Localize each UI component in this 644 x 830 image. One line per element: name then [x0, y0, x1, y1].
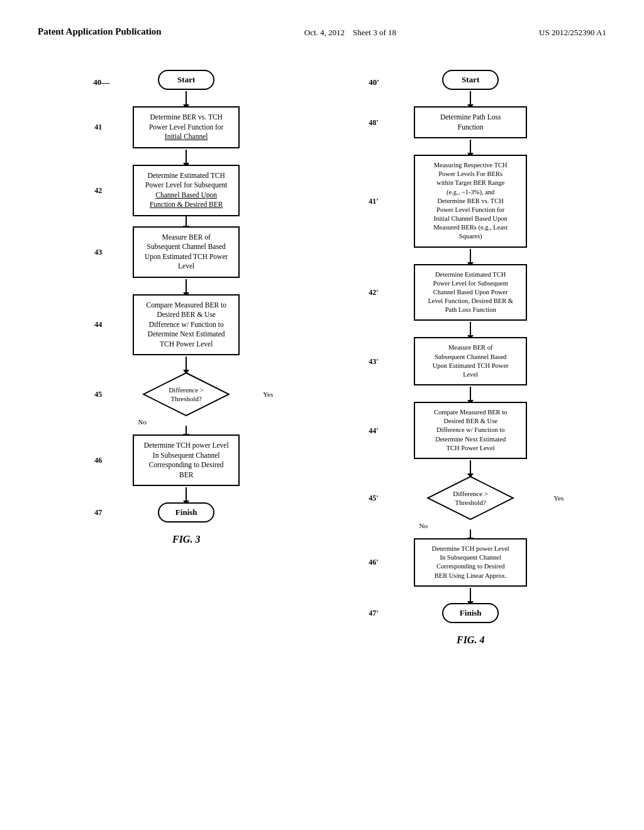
fig4-label-47: 47'	[369, 608, 378, 617]
pub-date: Oct. 4, 2012 Sheet 3 of 18	[304, 25, 396, 38]
header: Patent Application Publication Oct. 4, 2…	[38, 25, 606, 38]
fig3-label-44: 44	[94, 320, 102, 329]
fig4-label-41: 41'	[369, 196, 378, 206]
fig3-label-47: 47	[94, 508, 102, 517]
fig3-label-43: 43	[94, 247, 102, 257]
fig3-label-42: 42	[94, 185, 102, 195]
fig4-step43: Measure BER ofSubsequent Channel BasedUp…	[414, 337, 527, 385]
fig4-label-45: 45'	[369, 493, 378, 502]
fig4-label-42: 42'	[369, 288, 378, 297]
fig4-yes-label: Yes	[553, 494, 564, 502]
fig4-label-46: 46'	[369, 558, 378, 567]
fig3-start: Start	[158, 70, 214, 90]
fig3-step46: Determine TCH power LevelIn Subsequent C…	[133, 434, 240, 486]
fig4-label: 40'	[369, 77, 379, 87]
fig3-step42: Determine Estimated TCHPower Level for S…	[133, 165, 240, 216]
fig4-step44: Compare Measured BER toDesired BER & Use…	[414, 402, 527, 459]
fig3-label: 40—	[93, 77, 109, 87]
fig3-step43: Measure BER ofSubsequent Channel BasedUp…	[133, 226, 240, 278]
fig3-label-45: 45	[94, 390, 102, 399]
fig4-no-label: No	[419, 522, 427, 529]
fig4-diagram: 40' Start 48' Determine Path LossFunctio…	[335, 57, 606, 646]
fig4-step41: Measuring Respective TCHPower Levels For…	[414, 155, 527, 248]
fig4-diamond-45: Difference >Threshold?	[453, 489, 488, 507]
fig4-caption: FIG. 4	[457, 634, 484, 645]
fig4-start: Start	[442, 70, 499, 90]
fig3-diamond-45: Difference >Threshold?	[169, 385, 204, 404]
fig3-diagram: 40— Start 41 Determine BER vs. TCHPower …	[38, 57, 309, 646]
fig4-step46: Determine TCH power LevelIn Subsequent C…	[414, 538, 527, 587]
fig4-label-43: 43'	[369, 357, 378, 366]
fig3-caption: FIG. 3	[172, 534, 200, 545]
fig3-yes-label: Yes	[263, 390, 273, 398]
fig4-label-48: 48'	[369, 118, 378, 127]
fig3-step44: Compare Measured BER toDesired BER & Use…	[133, 294, 240, 356]
fig3-label-41: 41	[94, 123, 102, 132]
patent-title: Patent Application Publication	[38, 25, 162, 38]
fig3-no-label: No	[138, 418, 146, 426]
fig4-step42: Determine Estimated TCHPower Level for S…	[414, 264, 527, 321]
fig3-label-46: 46	[94, 456, 102, 465]
fig3-finish: Finish	[158, 502, 214, 523]
fig4-finish: Finish	[442, 603, 499, 623]
fig4-step48: Determine Path LossFunction	[414, 106, 527, 138]
diagrams-container: 40— Start 41 Determine BER vs. TCHPower …	[38, 57, 606, 646]
fig3-step41: Determine BER vs. TCHPower Level Functio…	[133, 106, 240, 148]
patent-number: US 2012/252390 A1	[539, 25, 606, 38]
fig4-label-44: 44'	[369, 426, 378, 435]
page: Patent Application Publication Oct. 4, 2…	[0, 0, 644, 830]
